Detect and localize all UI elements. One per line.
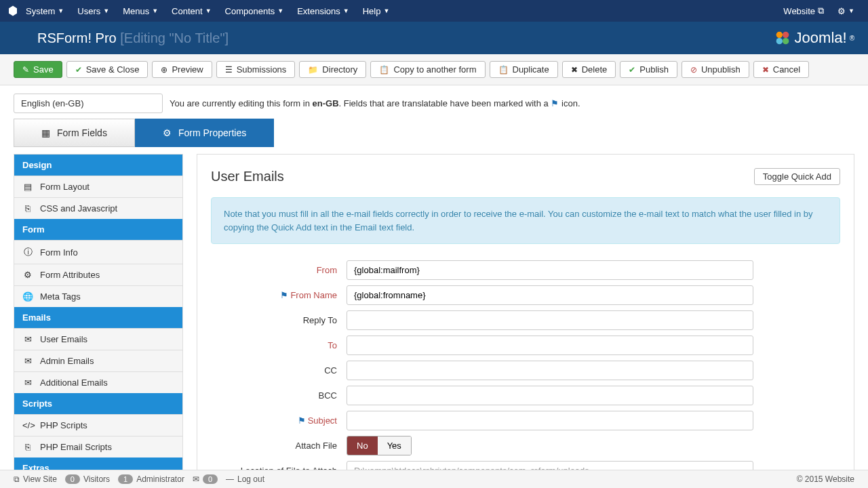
sidebar-item-admin-emails[interactable]: ✉Admin Emails bbox=[14, 350, 182, 371]
publish-button[interactable]: ✔Publish bbox=[620, 61, 677, 78]
reply-to-field[interactable] bbox=[347, 310, 753, 330]
language-select[interactable]: English (en-GB) bbox=[14, 94, 163, 113]
from-name-field[interactable] bbox=[347, 285, 753, 305]
panel-title: User Emails bbox=[211, 169, 284, 184]
plus-icon: ⊕ bbox=[161, 65, 167, 75]
header-bar: RSForm! Pro [Editing "No Title"] Joomla!… bbox=[0, 22, 868, 54]
config-icon: ⚙ bbox=[22, 270, 33, 280]
flag-icon: ⚑ bbox=[280, 290, 288, 300]
attach-file-toggle: No Yes bbox=[347, 436, 412, 455]
menu-components[interactable]: Components▼ bbox=[218, 6, 291, 16]
joomla-icon bbox=[7, 5, 19, 17]
globe-icon: 🌐 bbox=[22, 291, 33, 302]
save-button[interactable]: ✎Save bbox=[14, 61, 62, 78]
messages-link[interactable]: ✉0 bbox=[193, 474, 218, 484]
page-title: RSForm! Pro [Editing "No Title"] bbox=[37, 30, 229, 46]
check-icon: ✔ bbox=[75, 65, 82, 75]
main-panel: User Emails Toggle Quick Add Note that y… bbox=[197, 154, 854, 488]
copy-icon: 📋 bbox=[379, 65, 389, 75]
label-cc: CC bbox=[211, 365, 347, 375]
from-field[interactable] bbox=[347, 260, 753, 280]
label-reply-to: Reply To bbox=[211, 315, 347, 325]
sidebar-item-additional-emails[interactable]: ✉Additional Emails bbox=[14, 371, 182, 393]
info-message: Note that you must fill in all the e-mai… bbox=[211, 197, 840, 244]
sidebar-item-php-email-scripts[interactable]: ⎘PHP Email Scripts bbox=[14, 436, 182, 458]
menu-menus[interactable]: Menus▼ bbox=[116, 6, 165, 16]
label-subject: ⚑Subject bbox=[211, 415, 347, 426]
subject-field[interactable] bbox=[347, 411, 753, 430]
view-site-link[interactable]: ⧉View Site bbox=[14, 474, 57, 484]
sidebar-header-emails: Emails bbox=[14, 307, 182, 328]
cc-field[interactable] bbox=[347, 361, 753, 380]
mail-icon: ✉ bbox=[22, 334, 33, 344]
sidebar-item-php-scripts[interactable]: </>PHP Scripts bbox=[14, 414, 182, 436]
check-icon: ✎ bbox=[22, 65, 29, 75]
menu-system[interactable]: System▼ bbox=[19, 6, 71, 16]
sidebar-item-css-js[interactable]: ⎘CSS and Javascript bbox=[14, 197, 182, 219]
label-from: From bbox=[211, 265, 347, 275]
bcc-field[interactable] bbox=[347, 386, 753, 405]
cancel-button[interactable]: ✖Cancel bbox=[753, 61, 809, 78]
toggle-quick-add-button[interactable]: Toggle Quick Add bbox=[754, 168, 840, 185]
sidebar-item-form-info[interactable]: ⓘForm Info bbox=[14, 240, 182, 264]
svg-point-2 bbox=[776, 38, 782, 44]
sidebar-header-form: Form bbox=[14, 219, 182, 240]
preview-button[interactable]: ⊕Preview bbox=[152, 61, 212, 78]
copyright: © 2015 Website bbox=[797, 474, 854, 484]
code-icon: ⎘ bbox=[22, 203, 33, 214]
sidebar-header-scripts: Scripts bbox=[14, 393, 182, 414]
sidebar-item-form-layout[interactable]: ▤Form Layout bbox=[14, 176, 182, 197]
sidebar: Design ▤Form Layout ⎘CSS and Javascript … bbox=[14, 154, 183, 488]
visitors-link[interactable]: 0Visitors bbox=[65, 474, 110, 484]
menu-settings[interactable]: ⚙▼ bbox=[831, 6, 861, 16]
attach-no-button[interactable]: No bbox=[347, 436, 378, 455]
admin-link[interactable]: 1Administrator bbox=[118, 474, 184, 484]
gear-icon: ⚙ bbox=[163, 127, 172, 138]
external-icon: ⧉ bbox=[818, 5, 824, 16]
logout-link[interactable]: —Log out bbox=[226, 474, 264, 484]
language-info: You are currently editing this form in e… bbox=[170, 98, 580, 108]
layout-icon: ▤ bbox=[22, 182, 33, 192]
duplicate-button[interactable]: 📋Duplicate bbox=[490, 61, 558, 78]
tab-form-fields[interactable]: ▦ Form Fields bbox=[14, 119, 135, 147]
delete-button[interactable]: ✖Delete bbox=[562, 61, 616, 78]
svg-point-0 bbox=[776, 32, 782, 38]
database-icon: ☰ bbox=[225, 65, 233, 75]
flag-icon: ⚑ bbox=[551, 98, 559, 108]
tab-form-properties[interactable]: ⚙ Form Properties bbox=[135, 119, 274, 147]
info-icon: ⓘ bbox=[22, 246, 33, 258]
mail-icon: ✉ bbox=[193, 474, 199, 484]
menu-users[interactable]: Users▼ bbox=[71, 6, 116, 16]
label-from-name: ⚑From Name bbox=[211, 290, 347, 300]
flag-icon: ⚑ bbox=[298, 415, 306, 426]
gear-icon: ⚙ bbox=[837, 6, 846, 16]
svg-point-3 bbox=[783, 38, 789, 44]
check-icon: ✔ bbox=[629, 65, 635, 75]
unpublish-button[interactable]: ⊘Unpublish bbox=[682, 61, 749, 78]
close-icon: ✖ bbox=[571, 65, 578, 75]
tabs: ▦ Form Fields ⚙ Form Properties bbox=[0, 119, 868, 147]
close-icon: ✖ bbox=[762, 65, 769, 75]
sidebar-item-meta-tags[interactable]: 🌐Meta Tags bbox=[14, 285, 182, 307]
folder-icon: 📁 bbox=[308, 65, 318, 75]
status-bar: ⧉View Site 0Visitors 1Administrator ✉0 —… bbox=[0, 470, 868, 488]
submissions-button[interactable]: ☰Submissions bbox=[216, 61, 296, 78]
save-close-button[interactable]: ✔Save & Close bbox=[66, 61, 149, 78]
label-bcc: BCC bbox=[211, 390, 347, 401]
copy-button[interactable]: 📋Copy to another form bbox=[370, 61, 485, 78]
menu-extensions[interactable]: Extensions▼ bbox=[290, 6, 356, 16]
svg-point-1 bbox=[783, 32, 789, 38]
joomla-logo: Joomla!® bbox=[773, 28, 854, 47]
menu-help[interactable]: Help▼ bbox=[356, 6, 397, 16]
directory-button[interactable]: 📁Directory bbox=[299, 61, 366, 78]
to-field[interactable] bbox=[347, 336, 753, 355]
code-icon: </> bbox=[22, 420, 33, 430]
sidebar-item-user-emails[interactable]: ✉User Emails bbox=[14, 328, 182, 350]
content-area: Design ▤Form Layout ⎘CSS and Javascript … bbox=[0, 147, 868, 488]
external-icon: ⧉ bbox=[14, 474, 20, 484]
menu-content[interactable]: Content▼ bbox=[165, 6, 218, 16]
sidebar-item-form-attributes[interactable]: ⚙Form Attributes bbox=[14, 264, 182, 285]
attach-yes-button[interactable]: Yes bbox=[378, 436, 411, 455]
mail-icon: ✉ bbox=[22, 378, 33, 388]
menu-website[interactable]: Website ⧉ bbox=[776, 5, 831, 16]
